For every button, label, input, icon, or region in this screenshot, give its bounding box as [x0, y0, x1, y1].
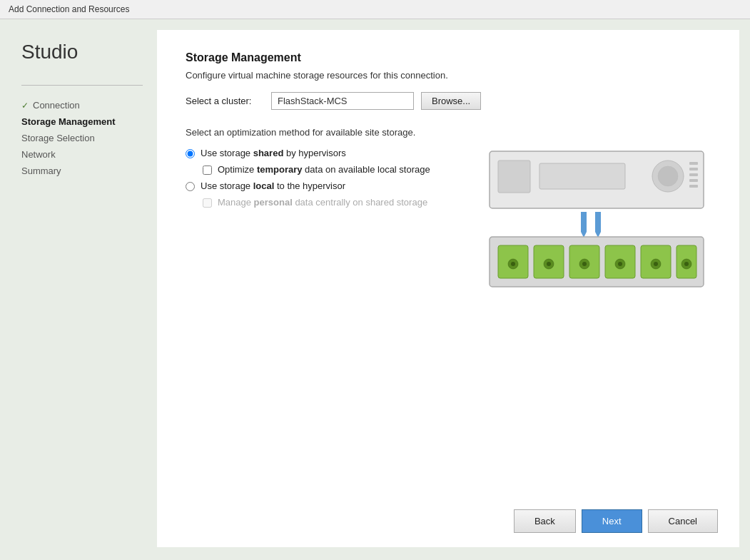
- svg-rect-9: [689, 185, 698, 188]
- checkbox-manage-personal-label: Manage personal data centrally on shared…: [218, 197, 427, 208]
- cluster-label: Select a cluster:: [186, 96, 264, 106]
- sidebar-item-label: Connection: [33, 100, 80, 111]
- options-and-image: Use storage shared by hypervisors Optimi…: [186, 148, 711, 292]
- content-area: Storage Management Configure virtual mac…: [157, 30, 739, 547]
- checkbox-manage-personal-input: [203, 198, 212, 208]
- browse-button[interactable]: Browse...: [421, 92, 481, 110]
- svg-rect-2: [539, 163, 625, 189]
- svg-rect-11: [595, 212, 601, 232]
- footer-buttons: Back Next Cancel: [514, 509, 718, 533]
- radio-shared-input[interactable]: [186, 149, 195, 158]
- svg-point-17: [511, 262, 515, 266]
- svg-point-20: [547, 262, 551, 266]
- svg-rect-1: [498, 161, 530, 193]
- back-button[interactable]: Back: [514, 509, 576, 533]
- radio-shared-label: Use storage shared by hypervisors: [201, 148, 346, 158]
- radio-shared[interactable]: Use storage shared by hypervisors: [186, 148, 468, 158]
- checkbox-manage-personal: Manage personal data centrally on shared…: [203, 197, 468, 208]
- options-column: Use storage shared by hypervisors Optimi…: [186, 148, 468, 292]
- svg-rect-10: [581, 212, 587, 232]
- section-desc: Configure virtual machine storage resour…: [186, 70, 711, 81]
- sidebar-item-storage-selection[interactable]: Storage Selection: [21, 130, 143, 146]
- svg-point-23: [582, 262, 587, 266]
- title-bar-text: Add Connection and Resources: [9, 4, 129, 14]
- sidebar-item-label: Storage Management: [21, 116, 115, 127]
- svg-rect-8: [689, 179, 698, 182]
- sidebar: Studio ✓ Connection Storage Management S…: [0, 19, 157, 558]
- svg-rect-6: [689, 168, 698, 170]
- optimization-title: Select an optimization method for availa…: [186, 127, 711, 138]
- svg-point-4: [658, 166, 678, 186]
- checkbox-optimize-temp-input[interactable]: [203, 166, 212, 175]
- sidebar-item-connection[interactable]: ✓ Connection: [21, 97, 143, 113]
- checkbox-optimize-temp[interactable]: Optimize temporary data on available loc…: [203, 164, 468, 175]
- cancel-button[interactable]: Cancel: [648, 509, 718, 533]
- check-icon: ✓: [21, 101, 29, 111]
- svg-point-32: [684, 262, 689, 266]
- radio-local-label: Use storage local to the hypervisor: [201, 180, 345, 191]
- svg-rect-7: [689, 173, 698, 176]
- svg-rect-5: [689, 162, 698, 165]
- svg-point-26: [618, 262, 622, 266]
- checkbox-optimize-temp-label: Optimize temporary data on available loc…: [218, 164, 430, 175]
- section-title: Storage Management: [186, 51, 711, 64]
- sidebar-item-storage-management[interactable]: Storage Management: [21, 113, 143, 130]
- sidebar-item-label: Storage Selection: [21, 133, 95, 143]
- storage-diagram: [482, 148, 711, 290]
- sidebar-item-label: Network: [21, 149, 56, 160]
- sidebar-item-label: Summary: [21, 166, 61, 176]
- storage-image: [482, 148, 711, 292]
- cluster-row: Select a cluster: Browse...: [186, 92, 711, 110]
- title-bar: Add Connection and Resources: [0, 0, 750, 19]
- svg-point-29: [654, 262, 658, 266]
- radio-local[interactable]: Use storage local to the hypervisor: [186, 180, 468, 191]
- radio-local-input[interactable]: [186, 182, 195, 191]
- sidebar-title: Studio: [21, 41, 143, 63]
- sidebar-item-summary[interactable]: Summary: [21, 163, 143, 179]
- cluster-input[interactable]: [271, 92, 414, 110]
- sidebar-divider: [21, 85, 143, 86]
- sidebar-item-network[interactable]: Network: [21, 146, 143, 163]
- next-button[interactable]: Next: [582, 509, 642, 533]
